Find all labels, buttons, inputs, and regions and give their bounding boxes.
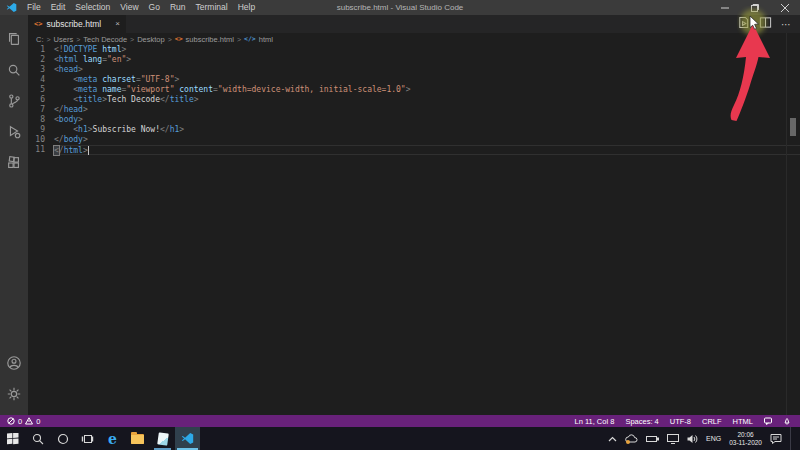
editor-group: <> subscribe.html × ⋯ C:>Users>Tech Deco…	[28, 15, 800, 415]
menubar: FileEditSelectionViewGoRunTerminalHelp	[22, 0, 260, 15]
action-center-icon[interactable]	[770, 433, 782, 444]
edge-browser-icon[interactable]: e	[100, 427, 125, 450]
menu-run[interactable]: Run	[165, 0, 191, 15]
notifications-bell-icon[interactable]	[783, 417, 791, 425]
more-actions-button[interactable]: ⋯	[781, 19, 792, 30]
windows-taskbar: e ENG 20:06 03-11-2020	[0, 427, 800, 450]
code-line[interactable]: 2<html lang="en">	[28, 55, 800, 65]
status-eol-sequence[interactable]: CRLF	[702, 417, 722, 426]
line-number: 8	[28, 115, 54, 125]
errors-count: 0	[18, 417, 22, 426]
code-line[interactable]: 5 <meta name="viewport" content="width=d…	[28, 85, 800, 95]
menu-edit[interactable]: Edit	[46, 0, 71, 15]
code-line[interactable]: 6 <title>Tech Decode</title>	[28, 95, 800, 105]
account-icon[interactable]	[0, 347, 28, 378]
code-line[interactable]: 3<head>	[28, 65, 800, 75]
breadcrumb-separator: >	[168, 36, 172, 43]
line-number: 6	[28, 95, 54, 105]
line-number: 5	[28, 85, 54, 95]
breadcrumb-item[interactable]: html	[259, 35, 273, 44]
clock[interactable]: 20:06 03-11-2020	[729, 431, 762, 446]
tray-date: 03-11-2020	[729, 439, 762, 447]
task-view-icon[interactable]	[75, 427, 100, 450]
tab-label: subscribe.html	[46, 19, 101, 29]
settings-gear-icon[interactable]	[0, 378, 28, 409]
line-number: 9	[28, 125, 54, 135]
errors-icon	[7, 417, 15, 425]
show-desktop-button[interactable]	[790, 427, 794, 450]
line-number: 4	[28, 75, 54, 85]
editor-scrollbar[interactable]	[790, 118, 796, 136]
start-button[interactable]	[0, 427, 25, 450]
breadcrumb-separator: >	[47, 36, 51, 43]
line-number: 7	[28, 105, 54, 115]
battery-tray-icon[interactable]	[646, 435, 659, 443]
breadcrumb-symbol-icon: </>	[244, 35, 256, 43]
language-indicator[interactable]: ENG	[706, 435, 721, 442]
code-area[interactable]: 1<!DOCTYPE html>2<html lang="en">3<head>…	[28, 45, 800, 155]
explorer-icon[interactable]	[0, 23, 28, 54]
breadcrumb-item[interactable]: subscribe.html	[186, 35, 234, 44]
vscode-titlebar: FileEditSelectionViewGoRunTerminalHelp s…	[0, 0, 800, 15]
line-number: 11	[28, 145, 54, 155]
source-control-icon[interactable]	[0, 85, 28, 116]
breadcrumb-item[interactable]: Desktop	[137, 35, 165, 44]
code-line[interactable]: 11</html>	[28, 145, 800, 155]
status-cursor-position[interactable]: Ln 11, Col 8	[574, 417, 614, 426]
status-language-mode[interactable]: HTML	[733, 417, 753, 426]
breadcrumb-item[interactable]: Users	[54, 35, 74, 44]
editor-right-rail	[786, 33, 787, 415]
file-explorer-icon[interactable]	[125, 427, 150, 450]
cortana-icon[interactable]	[50, 427, 75, 450]
breadcrumb-separator: >	[76, 36, 80, 43]
split-editor-button[interactable]	[759, 15, 772, 33]
display-tray-icon[interactable]	[667, 434, 679, 444]
vscode-taskbar-icon[interactable]	[175, 427, 200, 450]
open-in-browser-button[interactable]	[737, 15, 750, 33]
menu-selection[interactable]: Selection	[70, 0, 115, 15]
feedback-icon[interactable]	[764, 417, 772, 425]
code-line[interactable]: 9 <h1>Subscribe Now!</h1>	[28, 125, 800, 135]
tray-chevron-up-icon[interactable]	[608, 436, 617, 442]
menu-file[interactable]: File	[22, 0, 46, 15]
code-line[interactable]: 8<body>	[28, 115, 800, 125]
breadcrumb-item[interactable]: Tech Decode	[83, 35, 127, 44]
breadcrumb-html-file-icon: <>	[175, 35, 183, 43]
onedrive-tray-icon[interactable]	[625, 434, 638, 444]
code-line[interactable]: 1<!DOCTYPE html>	[28, 45, 800, 55]
menu-view[interactable]: View	[115, 0, 143, 15]
run-debug-icon[interactable]	[0, 116, 28, 147]
maximize-button[interactable]	[740, 0, 770, 15]
menu-help[interactable]: Help	[233, 0, 260, 15]
line-number: 3	[28, 65, 54, 75]
close-button[interactable]	[770, 0, 800, 15]
tab-subscribe-html[interactable]: <> subscribe.html ×	[28, 15, 126, 33]
problems-indicator[interactable]: 0 0	[0, 417, 40, 426]
status-indentation[interactable]: Spaces: 4	[625, 417, 658, 426]
code-line[interactable]: 10</body>	[28, 135, 800, 145]
menu-go[interactable]: Go	[144, 0, 165, 15]
line-number: 1	[28, 45, 54, 55]
warnings-icon	[25, 417, 33, 425]
warnings-count: 0	[36, 417, 40, 426]
tab-close-icon[interactable]: ×	[115, 20, 120, 28]
tab-bar: <> subscribe.html × ⋯	[28, 15, 800, 33]
search-icon[interactable]	[0, 54, 28, 85]
menu-terminal[interactable]: Terminal	[191, 0, 233, 15]
volume-tray-icon[interactable]	[687, 434, 698, 444]
taskbar-search-icon[interactable]	[25, 427, 50, 450]
status-encoding[interactable]: UTF-8	[670, 417, 691, 426]
breadcrumb-separator: >	[130, 36, 134, 43]
code-line[interactable]: 7</head>	[28, 105, 800, 115]
extensions-icon[interactable]	[0, 147, 28, 178]
tray-time: 20:06	[729, 431, 762, 439]
minimize-button[interactable]	[710, 0, 740, 15]
status-bar: 0 0 Ln 11, Col 8Spaces: 4UTF-8CRLFHTML	[0, 415, 800, 427]
line-number: 10	[28, 135, 54, 145]
code-line[interactable]: 4 <meta charset="UTF-8">	[28, 75, 800, 85]
notes-app-icon[interactable]	[150, 427, 175, 450]
activity-bar	[0, 15, 28, 415]
line-number: 2	[28, 55, 54, 65]
text-cursor	[88, 146, 89, 155]
breadcrumb-item[interactable]: C:	[36, 35, 44, 44]
